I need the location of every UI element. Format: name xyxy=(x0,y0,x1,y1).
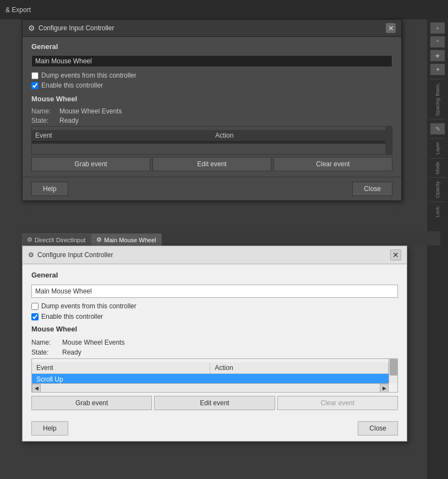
light-name-label: Name: xyxy=(31,339,59,346)
right-separator-5 xyxy=(430,177,445,178)
dark-row-action-cell xyxy=(212,141,392,144)
light-button-row: Grab event Edit event Clear event xyxy=(31,396,398,410)
light-close-footer-btn[interactable]: Close xyxy=(358,421,398,436)
tab-main-mouse-wheel[interactable]: ⚙ Main Mouse Wheel xyxy=(91,233,162,246)
dark-dialog-close-btn[interactable]: ✕ xyxy=(386,23,396,33)
table-row xyxy=(32,141,392,144)
dark-event-table: Event Action xyxy=(32,130,392,144)
top-bar: & Export xyxy=(0,0,448,19)
light-state-label: State: xyxy=(31,349,59,356)
right-separator-2 xyxy=(430,119,445,119)
dark-enable-controller-label: Enable this controller xyxy=(41,81,103,89)
right-label-mode: Mode xyxy=(435,162,440,175)
dark-edit-event-btn[interactable]: Edit event xyxy=(152,157,271,171)
top-bar-text: & Export xyxy=(6,6,31,14)
dark-grab-event-btn[interactable]: Grab event xyxy=(31,157,150,171)
light-dialog: ⚙ Configure Input Controller ✕ General D… xyxy=(22,246,407,442)
light-dialog-title: Configure Input Controller xyxy=(37,251,113,259)
dark-table-wrapper: Event Action xyxy=(31,126,392,155)
light-dialog-content: General Dump events from this controller… xyxy=(23,264,407,417)
dark-dump-events-checkbox[interactable] xyxy=(31,72,39,79)
right-panel: + * ★ ✦ Basic, Spacing ✎ Layer Mode Opac… xyxy=(427,19,448,479)
dark-help-btn[interactable]: Help xyxy=(31,182,68,196)
light-edit-event-btn[interactable]: Edit event xyxy=(154,396,275,410)
tabs-bar: ⚙ DirectX DirectInput ⚙ Main Mouse Wheel xyxy=(22,231,440,246)
right-btn-edit[interactable]: ✎ xyxy=(430,123,445,135)
dark-row-event-cell xyxy=(32,141,212,144)
light-scrollbar-v[interactable] xyxy=(389,359,397,383)
light-dialog-titlebar: ⚙ Configure Input Controller ✕ xyxy=(23,246,407,264)
tab-main-mouse-wheel-icon: ⚙ xyxy=(96,236,102,243)
light-enable-controller-label: Enable this controller xyxy=(41,313,103,320)
light-col-action: Action xyxy=(210,362,389,374)
dark-state-row: State: Ready xyxy=(31,117,392,124)
dark-button-row: Grab event Edit event Clear event xyxy=(31,157,392,171)
dark-mouse-wheel-section: Mouse Wheel Name: Mouse Wheel Events Sta… xyxy=(31,95,392,171)
dark-name-value: Mouse Wheel Events xyxy=(59,107,122,115)
light-dump-events-checkbox[interactable] xyxy=(31,303,39,310)
right-separator-4 xyxy=(430,158,445,159)
dark-controller-name-input[interactable] xyxy=(31,55,392,67)
light-table-wrapper: Event Action Scroll Up ◀ xyxy=(31,358,398,393)
dark-clear-event-btn[interactable]: Clear event xyxy=(274,157,392,171)
light-name-row: Name: Mouse Wheel Events xyxy=(31,339,398,346)
light-grab-event-btn[interactable]: Grab event xyxy=(31,396,152,410)
dark-dump-events-label: Dump events from this controller xyxy=(41,72,136,79)
light-name-value: Mouse Wheel Events xyxy=(62,339,124,346)
light-scrollbar-h[interactable]: ◀ ▶ xyxy=(32,383,389,392)
dark-enable-controller-row: Enable this controller xyxy=(31,81,392,89)
dark-dump-events-row: Dump events from this controller xyxy=(31,72,392,79)
right-btn-sparkle[interactable]: ✦ xyxy=(430,63,445,75)
tab-directx[interactable]: ⚙ DirectX DirectInput xyxy=(22,233,91,246)
light-state-value: Ready xyxy=(62,349,81,356)
right-btn-filled-star[interactable]: ★ xyxy=(430,50,445,62)
right-label-opacity: Opacity xyxy=(435,181,440,198)
right-separator-6 xyxy=(430,202,445,202)
dark-dialog-titlebar: ⚙ Configure Input Controller ✕ xyxy=(23,20,401,37)
right-btn-star[interactable]: * xyxy=(430,36,445,48)
light-dialog-close-btn[interactable]: ✕ xyxy=(390,249,401,260)
light-scroll-thumb xyxy=(390,359,397,375)
right-separator-1 xyxy=(430,79,445,79)
dark-name-row: Name: Mouse Wheel Events xyxy=(31,107,392,115)
light-mouse-wheel-section: Mouse Wheel Name: Mouse Wheel Events Sta… xyxy=(31,325,398,410)
dark-close-footer-btn[interactable]: Close xyxy=(352,182,392,196)
dark-mouse-wheel-title: Mouse Wheel xyxy=(31,95,392,103)
dark-col-action: Action xyxy=(212,130,392,141)
dark-name-label: Name: xyxy=(31,107,56,115)
light-clear-event-btn[interactable]: Clear event xyxy=(277,396,398,410)
right-label-lock: Lock: xyxy=(435,205,440,217)
right-label-basic: Basic, xyxy=(435,83,440,96)
light-enable-controller-checkbox[interactable] xyxy=(31,313,39,320)
light-scroll-left-arrow[interactable]: ◀ xyxy=(32,384,41,393)
light-general-title: General xyxy=(31,271,398,279)
dark-dialog-content: General Dump events from this controller… xyxy=(23,37,401,177)
right-btn-plus[interactable]: + xyxy=(430,22,445,34)
dark-dialog-icon: ⚙ xyxy=(28,24,35,32)
light-dump-events-label: Dump events from this controller xyxy=(41,302,136,310)
dark-state-label: State: xyxy=(31,117,56,124)
tab-directx-icon: ⚙ xyxy=(27,236,32,243)
dark-dialog: ⚙ Configure Input Controller ✕ General D… xyxy=(22,19,402,201)
dark-scrollbar[interactable] xyxy=(385,127,392,154)
light-enable-controller-row: Enable this controller xyxy=(31,313,398,320)
right-label-spacing: Spacing xyxy=(435,98,440,116)
light-dialog-icon: ⚙ xyxy=(28,251,34,259)
light-help-btn[interactable]: Help xyxy=(31,421,68,436)
dark-dialog-footer: Help Close xyxy=(23,177,401,200)
light-event-table: Event Action Scroll Up xyxy=(32,362,389,385)
dark-col-event: Event xyxy=(32,130,212,141)
light-controller-name-input[interactable] xyxy=(31,285,398,298)
dark-general-title: General xyxy=(31,42,392,51)
light-state-row: State: Ready xyxy=(31,349,398,356)
dark-state-value: Ready xyxy=(59,117,79,124)
tab-main-mouse-wheel-label: Main Mouse Wheel xyxy=(104,237,156,243)
right-separator-3 xyxy=(430,138,445,139)
tab-directx-label: DirectX DirectInput xyxy=(35,237,85,243)
light-dump-events-row: Dump events from this controller xyxy=(31,302,398,310)
light-dialog-footer: Help Close xyxy=(23,417,407,441)
dark-dialog-title: Configure Input Controller xyxy=(39,24,114,32)
light-scroll-right-arrow[interactable]: ▶ xyxy=(380,384,389,393)
dark-enable-controller-checkbox[interactable] xyxy=(31,82,39,89)
light-col-event: Event xyxy=(32,362,210,374)
